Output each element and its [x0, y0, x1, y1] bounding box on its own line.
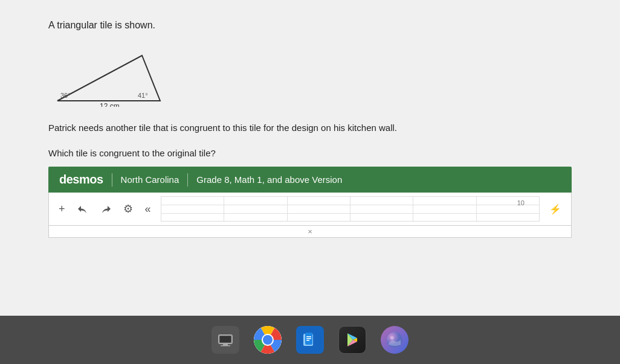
taskbar-tv-icon[interactable]: [212, 326, 239, 354]
svg-rect-13: [306, 336, 311, 337]
redo-button[interactable]: [98, 203, 114, 214]
svg-rect-7: [220, 336, 231, 342]
desmos-bar: desmos North Carolina Grade 8, Math 1, a…: [48, 167, 572, 193]
svg-point-10: [263, 335, 273, 345]
settings-button[interactable]: ⚙: [121, 201, 135, 217]
triangle-diagram: 36° 41° 12 cm: [48, 43, 169, 110]
svg-rect-5: [223, 343, 228, 345]
taskbar: [0, 316, 620, 364]
svg-text:36°: 36°: [60, 92, 71, 99]
svg-rect-14: [306, 338, 311, 339]
svg-text:41°: 41°: [138, 92, 148, 99]
intro-text: A triangular tile is shown.: [48, 18, 572, 33]
taskbar-play-icon[interactable]: [338, 326, 366, 354]
add-button[interactable]: +: [56, 202, 68, 217]
desmos-logo: desmos: [59, 173, 103, 187]
graph-area-inline: 10: [161, 196, 540, 222]
svg-text:12 cm: 12 cm: [100, 102, 120, 107]
taskbar-chrome-icon[interactable]: [254, 326, 282, 354]
question-body: Patrick needs another tile that is congr…: [48, 121, 572, 135]
taskbar-files-icon[interactable]: [296, 326, 324, 354]
main-content: A triangular tile is shown. 36° 41° 12 c…: [0, 0, 620, 316]
desmos-toolbar: + ⚙ « 10 ⚡: [48, 193, 572, 226]
divider-2: [187, 173, 188, 187]
which-tile-text: Which tile is congruent to the original …: [48, 148, 572, 158]
svg-rect-15: [306, 340, 309, 341]
undo-button[interactable]: [75, 203, 91, 214]
svg-point-18: [390, 336, 394, 340]
close-bar: ×: [48, 226, 572, 238]
desmos-grade: Grade 8, Math 1, and above Version: [196, 174, 342, 185]
axis-10-label: 10: [517, 199, 525, 206]
zoom-button[interactable]: ⚡: [547, 202, 564, 216]
svg-rect-6: [221, 345, 230, 346]
collapse-button[interactable]: «: [143, 202, 153, 217]
taskbar-gallery-icon[interactable]: [381, 326, 408, 354]
close-x[interactable]: ×: [308, 227, 312, 236]
divider-1: [112, 173, 112, 187]
desmos-region: North Carolina: [121, 174, 179, 185]
